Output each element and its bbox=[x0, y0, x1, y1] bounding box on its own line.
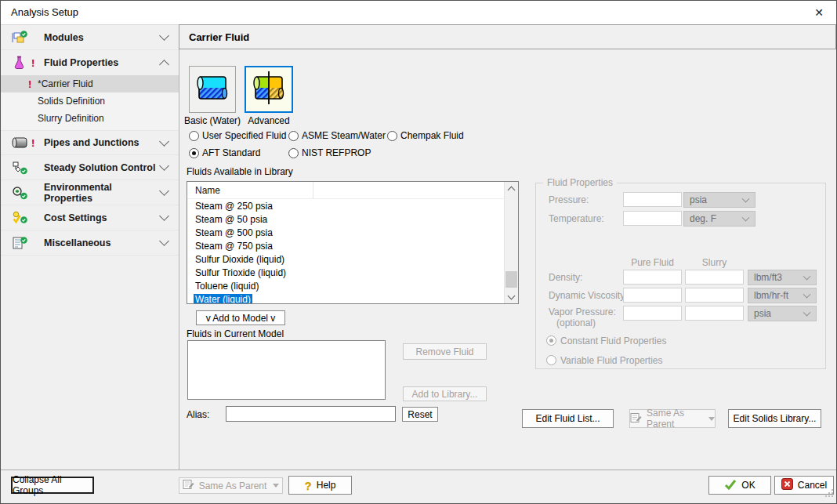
advanced-model-button[interactable] bbox=[245, 66, 293, 113]
radio-label[interactable]: AFT Standard bbox=[202, 147, 260, 158]
chevron-down-icon[interactable] bbox=[159, 31, 169, 41]
chevron-up-icon[interactable] bbox=[159, 60, 169, 70]
dynamic-viscosity-label: Dynamic Viscosity: bbox=[549, 290, 627, 301]
density-unit-select[interactable]: lbm/ft3 bbox=[748, 270, 817, 285]
same-as-parent-button[interactable]: Same As Parent bbox=[629, 409, 716, 428]
carrier-fluid-panel: Basic (Water) Advanced User Specified Fl… bbox=[179, 49, 836, 470]
sidebar-group-fluid-properties[interactable]: ! Fluid Properties bbox=[1, 50, 179, 75]
list-item[interactable]: Steam @ 500 psia bbox=[187, 226, 518, 239]
chevron-down-icon bbox=[803, 309, 811, 317]
radio-nist-refprop[interactable] bbox=[288, 148, 299, 158]
basic-water-model-button[interactable] bbox=[189, 66, 236, 113]
temperature-unit-select[interactable]: deg. F bbox=[683, 211, 755, 227]
chevron-down-icon[interactable] bbox=[159, 136, 169, 147]
sidebar-group-steady-solution-control[interactable]: Steady Solution Control bbox=[1, 155, 179, 180]
sidebar-item-label: *Carrier Fluid bbox=[38, 78, 93, 89]
vapor-slurry-input[interactable] bbox=[685, 306, 744, 321]
warning-icon: ! bbox=[28, 78, 31, 90]
sidebar-group-label: Steady Solution Control bbox=[44, 162, 161, 173]
dropdown-arrow-icon bbox=[708, 417, 715, 421]
list-icon bbox=[9, 236, 30, 250]
reset-button[interactable]: Reset bbox=[402, 407, 438, 422]
viscosity-pure-input[interactable] bbox=[623, 288, 682, 303]
chevron-down-icon[interactable] bbox=[159, 186, 169, 196]
same-as-parent-footer-button[interactable]: Same As Parent bbox=[179, 477, 283, 494]
density-slurry-input[interactable] bbox=[685, 270, 744, 285]
panel-header: Carrier Fluid bbox=[179, 24, 836, 49]
list-item[interactable]: Steam @ 50 psia bbox=[187, 212, 518, 226]
alias-label: Alias: bbox=[187, 409, 209, 420]
fluids-library-list[interactable]: Name Steam @ 250 psia Steam @ 50 psia St… bbox=[187, 181, 519, 304]
pressure-input[interactable] bbox=[623, 192, 682, 207]
scrollbar-thumb[interactable] bbox=[505, 271, 517, 288]
dropdown-arrow-icon bbox=[273, 484, 279, 488]
library-list-label: Fluids Available in Library bbox=[187, 166, 293, 177]
remove-fluid-button[interactable]: Remove Fluid bbox=[403, 343, 487, 360]
list-item[interactable]: Water (liquid) bbox=[187, 292, 518, 304]
fluid-model-label: Advanced bbox=[245, 115, 293, 126]
collapse-all-groups-button[interactable]: Collapse All Groups bbox=[11, 477, 94, 494]
add-to-library-button[interactable]: Add to Library... bbox=[403, 386, 487, 401]
scrollbar[interactable] bbox=[504, 182, 518, 303]
radio-variable-fluid-properties[interactable] bbox=[546, 355, 556, 365]
radio-label[interactable]: ASME Steam/Water bbox=[302, 130, 386, 141]
resize-grip[interactable] bbox=[824, 488, 835, 502]
ok-button[interactable]: OK bbox=[708, 476, 771, 495]
analysis-setup-dialog: Analysis Setup ✕ bbox=[0, 0, 837, 504]
radio-label[interactable]: NIST REFPROP bbox=[302, 147, 371, 158]
temperature-input[interactable] bbox=[623, 211, 682, 226]
basic-pipe-icon bbox=[194, 71, 230, 108]
help-button[interactable]: ? Help bbox=[288, 476, 352, 495]
radio-constant-fluid-properties[interactable] bbox=[546, 335, 556, 346]
add-to-model-button[interactable]: v Add to Model v bbox=[196, 310, 285, 325]
viscosity-unit-select[interactable]: lbm/hr-ft bbox=[748, 288, 817, 303]
chevron-down-icon[interactable] bbox=[159, 161, 169, 171]
help-icon: ? bbox=[305, 479, 312, 492]
chevron-down-icon[interactable] bbox=[159, 236, 169, 246]
viscosity-slurry-input[interactable] bbox=[685, 288, 744, 303]
pipe-icon bbox=[9, 136, 30, 149]
scroll-down-icon[interactable] bbox=[505, 290, 518, 303]
close-icon[interactable]: ✕ bbox=[811, 5, 827, 20]
radio-label[interactable]: Variable Fluid Properties bbox=[560, 355, 663, 366]
fluid-model-label: Basic (Water) bbox=[179, 115, 245, 126]
list-item[interactable]: Toluene (liquid) bbox=[187, 279, 518, 292]
list-item[interactable]: Sulfur Trioxide (liquid) bbox=[187, 266, 518, 279]
list-item[interactable]: Sulfur Dioxide (liquid) bbox=[187, 252, 518, 266]
warning-icon: ! bbox=[31, 137, 41, 149]
edit-solids-library-button[interactable]: Edit Solids Library... bbox=[728, 409, 821, 428]
sidebar-item-slurry-definition[interactable]: Slurry Definition bbox=[1, 110, 179, 127]
sidebar-item-carrier-fluid[interactable]: ! *Carrier Fluid bbox=[1, 75, 179, 92]
pressure-label: Pressure: bbox=[549, 194, 589, 205]
sidebar-group-modules[interactable]: Modules bbox=[1, 25, 179, 50]
radio-asme-steam-water[interactable] bbox=[288, 131, 299, 141]
red-x-icon bbox=[781, 478, 793, 492]
vapor-pure-input[interactable] bbox=[623, 306, 682, 321]
density-label: Density: bbox=[549, 272, 582, 283]
sidebar-item-solids-definition[interactable]: Solids Definition bbox=[1, 92, 179, 110]
radio-label[interactable]: User Specified Fluid bbox=[202, 130, 286, 141]
chevron-down-icon[interactable] bbox=[159, 211, 169, 221]
density-pure-input[interactable] bbox=[623, 270, 682, 285]
list-column-header[interactable]: Name bbox=[187, 182, 518, 199]
chevron-down-icon bbox=[742, 214, 750, 222]
list-item[interactable]: Steam @ 250 psia bbox=[187, 199, 518, 212]
scroll-up-icon[interactable] bbox=[505, 182, 518, 195]
vapor-unit-select[interactable]: psia bbox=[748, 306, 817, 321]
radio-user-specified-fluid[interactable] bbox=[189, 131, 199, 141]
radio-label[interactable]: Chempak Fluid bbox=[400, 130, 464, 141]
radio-aft-standard[interactable] bbox=[189, 148, 199, 158]
alias-input[interactable] bbox=[226, 406, 396, 422]
pressure-unit-select[interactable]: psia bbox=[683, 192, 755, 208]
list-item[interactable]: Steam @ 750 psia bbox=[187, 239, 518, 252]
warning-icon: ! bbox=[31, 57, 41, 69]
sidebar-group-miscellaneous[interactable]: Miscellaneous bbox=[1, 230, 179, 256]
sidebar-group-environmental-properties[interactable]: Environmental Properties bbox=[1, 180, 179, 205]
cost-icon bbox=[9, 211, 30, 225]
edit-fluid-list-button[interactable]: Edit Fluid List... bbox=[522, 409, 614, 428]
sidebar-group-pipes-and-junctions[interactable]: ! Pipes and Junctions bbox=[1, 130, 179, 155]
fluids-in-current-model-list[interactable] bbox=[187, 340, 386, 400]
sidebar-group-cost-settings[interactable]: Cost Settings bbox=[1, 205, 179, 230]
radio-chempak-fluid[interactable] bbox=[387, 131, 397, 141]
radio-label[interactable]: Constant Fluid Properties bbox=[560, 335, 666, 346]
